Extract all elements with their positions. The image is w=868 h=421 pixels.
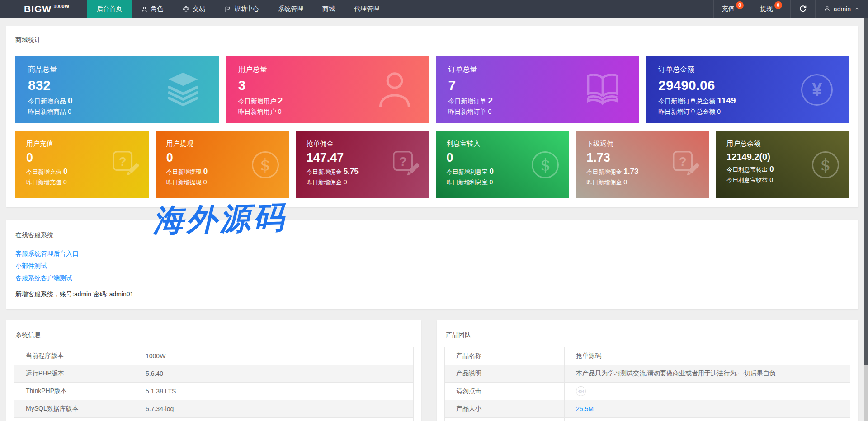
menu-item-label: 后台首页 [97,5,122,13]
app-logo[interactable]: BIGW 1000W [0,0,87,18]
table-row: 产品大小25.5M [445,400,850,418]
menu-item-roles[interactable]: 角色 [132,0,173,18]
recharge-label: 充值 [722,5,735,13]
do-not-click-icon[interactable]: 404 [576,386,586,396]
menu-item-label: 商城 [322,5,335,13]
navbar-right: 充值 0 提现 0 admin [713,0,868,18]
dollar-icon: $ [252,151,279,178]
info-key: 数据库 [445,418,565,421]
withdraw-label: 提现 [760,5,773,13]
withdraw-badge: 0 [774,1,782,9]
info-key: ThinkPHP版本 [14,383,134,400]
svg-text:?: ? [119,154,127,168]
book-icon [583,72,623,108]
info-key: 运行PHP版本 [14,365,134,383]
info-key: 产品说明 [445,365,565,383]
dollar-icon: $ [812,151,839,178]
menu-item-label: 代理管理 [354,5,379,13]
info-value: 5.7.34-log [134,400,414,418]
scales-icon [182,5,190,13]
user-icon [377,70,413,110]
scrollbar-thumb[interactable] [864,18,868,365]
stat-card-order-amount: 订单总金额 29490.06 今日新增订单总金额1149 昨日新增订单总金额0 … [646,56,849,123]
stat-card-title: 利息宝转入 [447,140,569,148]
table-row: 请勿点击404 [445,383,850,400]
stat-card-yesterday: 昨日新增商品0 [28,108,219,116]
withdraw-button[interactable]: 提现 0 [752,0,790,18]
refresh-icon [799,5,807,14]
info-key: MySQL数据库版本 [14,400,134,418]
top-navbar: BIGW 1000W 后台首页 角色 交易 帮助中心 系统管理 商城 代理管理 [0,0,868,18]
stat-card-yesterday: 昨日新增提现0 [166,178,289,187]
menu-item-help-center[interactable]: 帮助中心 [215,0,269,18]
table-row: 数据库mysql [445,418,850,421]
info-key: 产品名称 [445,347,565,365]
stat-card-title: 抢单佣金 [307,140,429,148]
table-row: ThinkPHP版本5.1.38 LTS [14,383,414,400]
table-row: 运行PHP版本5.6.40 [14,365,414,383]
service-admin-link[interactable]: 客服系统管理后台入口 [15,248,79,260]
chevron-up-icon [854,5,860,13]
stat-card-interest-in: 利息宝转入 0 今日新增利息宝0 昨日新增利息宝0 $ [436,131,569,198]
stat-card-products: 商品总量 832 今日新增商品0 昨日新增商品0 [15,56,219,123]
system-info-table: 当前程序版本1000W 运行PHP版本5.6.40 ThinkPHP版本5.1.… [14,347,414,421]
table-row: MySQL数据库版本5.7.34-log [14,400,414,418]
info-value: 抢单源码 [565,347,850,365]
menu-item-label: 角色 [151,5,163,13]
menu-item-label: 帮助中心 [234,5,259,13]
page-scrollbar[interactable] [864,18,868,421]
question-edit-icon: ? [391,150,419,180]
stat-card-yesterday: 昨日新增订单总金额0 [658,108,849,116]
service-account-note: 新增客服系统，账号:admin 密码: admin01 [15,290,849,299]
question-edit-icon: ? [111,150,139,180]
svg-text:?: ? [399,154,406,168]
product-team-title: 产品团队 [444,331,850,339]
system-info-title: 系统信息 [14,331,414,339]
info-value: mysql [565,418,850,421]
logo-version: 1000W [53,4,69,9]
online-service-panel: 在线客服系统 客服系统管理后台入口 小部件测试 客服系统客户端测试 新增客服系统… [6,220,858,309]
info-key: 当前程序版本 [14,347,134,365]
widget-test-link[interactable]: 小部件测试 [15,260,47,272]
menu-item-home[interactable]: 后台首页 [87,0,132,18]
page-content: 商城统计 商品总量 832 今日新增商品0 昨日新增商品0 用户总量 3 今日新… [0,18,868,421]
recharge-button[interactable]: 充值 0 [713,0,752,18]
service-panel-title: 在线客服系统 [15,231,849,239]
stat-card-orders: 订单总量 7 今日新增订单2 昨日新增订单0 [436,56,639,123]
stat-card-users: 用户总量 3 今日新增用户2 昨日新增用户0 [226,56,429,123]
menu-item-agent[interactable]: 代理管理 [344,0,389,18]
menu-item-mall[interactable]: 商城 [313,0,344,18]
menu-item-label: 交易 [193,5,205,13]
stat-card-title: 用户总余额 [726,140,849,148]
username: admin [834,5,851,13]
menu-item-label: 系统管理 [278,5,303,13]
menu-item-system[interactable]: 系统管理 [269,0,313,18]
table-row: 当前程序版本1000W [14,347,414,365]
info-value: 25.5M [565,400,850,418]
stat-card-title: 下级返佣 [586,140,709,148]
stat-card-title: 用户充值 [26,140,149,148]
stat-card-title: 用户提现 [166,140,289,148]
info-value: 1000W [134,347,414,365]
info-value: Linux [134,418,414,421]
table-row: 服务器操作系统Linux [14,418,414,421]
logo-text: BIGW [24,4,52,14]
table-row: 产品名称抢单源码 [445,347,850,365]
refresh-button[interactable] [790,0,815,18]
user-icon [824,5,830,13]
stat-card-yesterday: 昨日新增订单0 [448,108,639,116]
info-key: 服务器操作系统 [14,418,134,421]
recharge-badge: 0 [736,1,744,9]
info-value: 本产品只为学习测试交流,请勿要做商业或者用于违法行为,一切后果自负 [565,365,850,383]
menu-item-trade[interactable]: 交易 [173,0,215,18]
info-key: 请勿点击 [445,383,565,400]
stat-card-grab-commission: 抢单佣金 147.47 今日新增佣金5.75 昨日新增佣金0 ? [296,131,429,198]
stat-card-yesterday: 昨日新增充值0 [26,178,149,187]
service-client-test-link[interactable]: 客服系统客户端测试 [15,272,72,284]
stats-section-title: 商城统计 [15,36,849,44]
bottom-panels: 系统信息 当前程序版本1000W 运行PHP版本5.6.40 ThinkPHP版… [6,320,858,421]
product-size-link[interactable]: 25.5M [576,405,594,412]
user-menu[interactable]: admin [815,0,868,18]
dollar-icon: $ [532,151,559,178]
yen-icon: ¥ [801,74,833,106]
